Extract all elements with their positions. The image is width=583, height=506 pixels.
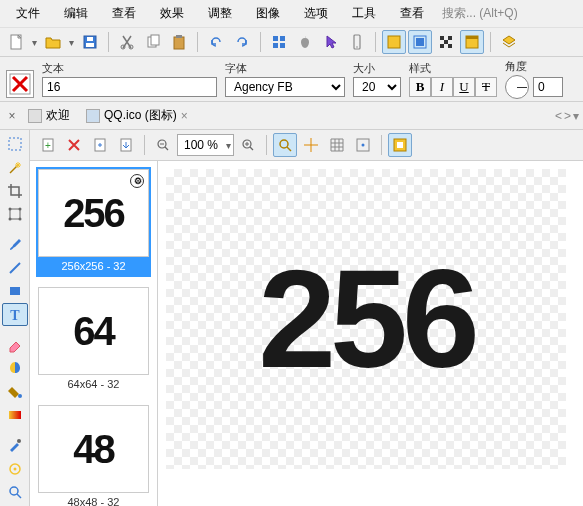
canvas-area[interactable]: 256 [158, 161, 583, 506]
menu-adjust[interactable]: 调整 [196, 2, 244, 25]
cancel-icon[interactable] [6, 70, 34, 98]
angle-input[interactable] [533, 77, 563, 97]
tab-next[interactable]: > [564, 109, 571, 123]
crop-tool[interactable] [2, 180, 28, 202]
delete-page-button[interactable] [62, 133, 86, 157]
svg-rect-22 [440, 44, 444, 48]
strike-button[interactable]: T [475, 77, 497, 97]
crosshair-button[interactable] [299, 133, 323, 157]
zoom-box[interactable]: ▾ [177, 134, 234, 156]
undo-button[interactable] [204, 30, 228, 54]
copy-button[interactable] [141, 30, 165, 54]
zoom-tool[interactable] [2, 481, 28, 503]
eyedropper-tool[interactable] [2, 434, 28, 456]
windows-icon[interactable] [267, 30, 291, 54]
bold-button[interactable]: B [409, 77, 431, 97]
brush-tool[interactable] [2, 233, 28, 255]
gradient-tool[interactable] [2, 404, 28, 426]
menu-tool[interactable]: 工具 [340, 2, 388, 25]
tab-prev[interactable]: < [555, 109, 562, 123]
text-tool[interactable]: T [2, 303, 28, 325]
open-dropdown[interactable]: ▾ [67, 37, 76, 48]
content-area: + ▾ 256⚙256x256 - 326464x64 - 324848x48 … [30, 130, 583, 506]
recolor-tool[interactable] [2, 357, 28, 379]
menu-effect[interactable]: 效果 [148, 2, 196, 25]
line-tool[interactable] [2, 257, 28, 279]
test-button-1[interactable] [382, 30, 406, 54]
redo-button[interactable] [230, 30, 254, 54]
cursor-icon[interactable] [319, 30, 343, 54]
layers-button[interactable] [497, 30, 521, 54]
panel-button[interactable] [460, 30, 484, 54]
new-page-button[interactable]: + [36, 133, 60, 157]
font-select[interactable]: Agency FB [225, 77, 345, 97]
zoom-in-button[interactable] [236, 133, 260, 157]
svg-rect-25 [466, 36, 478, 39]
svg-point-31 [8, 218, 11, 221]
italic-button[interactable]: I [431, 77, 453, 97]
fit-button[interactable] [388, 133, 412, 157]
tab-file[interactable]: QQ.ico (图标) × [78, 104, 196, 127]
zoom-input[interactable] [178, 138, 224, 152]
main-toolbar: ▾ ▾ [0, 28, 583, 57]
menu-option[interactable]: 选项 [292, 2, 340, 25]
checker-button[interactable] [434, 30, 458, 54]
thumb-preview: 64 [38, 287, 149, 375]
select-rect-tool[interactable] [2, 133, 28, 155]
export-button[interactable] [88, 133, 112, 157]
svg-rect-12 [273, 43, 278, 48]
menu-image[interactable]: 图像 [244, 2, 292, 25]
hotspot-tool[interactable] [2, 457, 28, 479]
new-dropdown[interactable]: ▾ [30, 37, 39, 48]
view-zoom-button[interactable] [273, 133, 297, 157]
svg-rect-21 [444, 40, 448, 44]
menu-file[interactable]: 文件 [4, 2, 52, 25]
file-icon [86, 109, 100, 123]
grid-button[interactable] [325, 133, 349, 157]
paste-button[interactable] [167, 30, 191, 54]
eraser-tool[interactable] [2, 334, 28, 356]
tab-welcome-label: 欢迎 [46, 107, 70, 124]
transform-tool[interactable] [2, 203, 28, 225]
test-button-2[interactable] [408, 30, 432, 54]
menu-search[interactable]: 查看 [388, 2, 436, 25]
svg-point-30 [18, 208, 21, 211]
rect-tool[interactable] [2, 280, 28, 302]
tab-welcome[interactable]: 欢迎 [20, 104, 78, 127]
text-input[interactable] [42, 77, 217, 97]
menu-edit[interactable]: 编辑 [52, 2, 100, 25]
thumb-preview: 256⚙ [38, 169, 149, 257]
thumb-item[interactable]: 4848x48 - 32 [36, 403, 151, 506]
import-button[interactable] [114, 133, 138, 157]
svg-text:T: T [10, 308, 20, 323]
search-box[interactable]: 搜索... (Alt+Q) [436, 2, 579, 25]
svg-line-42 [17, 494, 21, 498]
svg-rect-37 [9, 411, 21, 419]
bucket-tool[interactable] [2, 380, 28, 402]
tab-close-all[interactable]: × [4, 109, 20, 123]
underline-button[interactable]: U [453, 77, 475, 97]
svg-line-33 [10, 263, 20, 273]
tab-more[interactable]: ▾ [573, 109, 579, 123]
menu-view[interactable]: 查看 [100, 2, 148, 25]
svg-rect-61 [397, 142, 403, 148]
size-select[interactable]: 20 [353, 77, 401, 97]
icon-size-panel: 256⚙256x256 - 326464x64 - 324848x48 - 32 [30, 161, 158, 506]
angle-label: 角度 [505, 59, 563, 74]
angle-dial[interactable] [505, 75, 529, 99]
tab-file-close[interactable]: × [181, 109, 188, 123]
open-button[interactable] [41, 30, 65, 54]
svg-rect-10 [273, 36, 278, 41]
svg-rect-28 [10, 209, 20, 219]
phone-icon[interactable] [345, 30, 369, 54]
center-button[interactable] [351, 133, 375, 157]
thumb-item[interactable]: 6464x64 - 32 [36, 285, 151, 395]
wand-tool[interactable] [2, 156, 28, 178]
thumb-item[interactable]: 256⚙256x256 - 32 [36, 167, 151, 277]
new-button[interactable] [4, 30, 28, 54]
svg-rect-34 [10, 287, 20, 295]
apple-icon[interactable] [293, 30, 317, 54]
cut-button[interactable] [115, 30, 139, 54]
save-button[interactable] [78, 30, 102, 54]
zoom-out-button[interactable] [151, 133, 175, 157]
